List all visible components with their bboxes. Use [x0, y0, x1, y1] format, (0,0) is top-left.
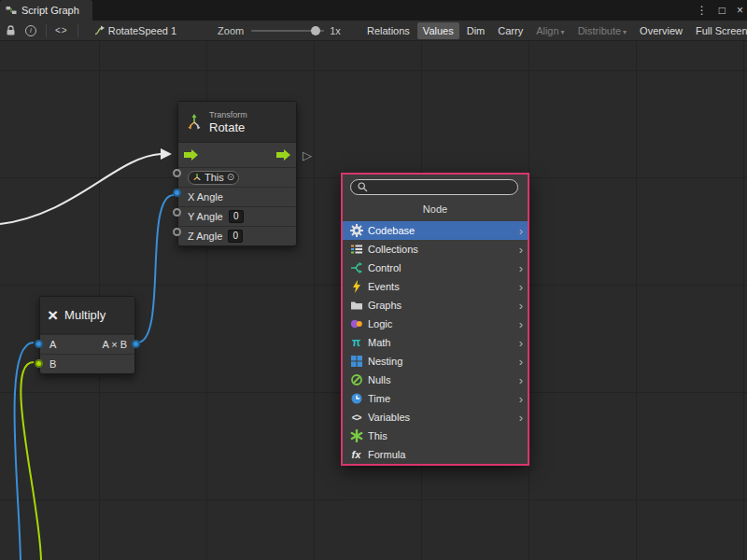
target-picker-icon[interactable]: ⊙	[227, 173, 234, 182]
search-input[interactable]	[372, 182, 511, 193]
chevron-right-icon: ›	[519, 225, 523, 237]
chevron-right-icon: ›	[519, 337, 523, 349]
finder-item-math[interactable]: π Math ›	[343, 333, 528, 352]
grid-icon	[349, 355, 363, 368]
x-angle-row: X Angle	[178, 187, 296, 206]
finder-item-label: Variables	[368, 412, 410, 423]
finder-item-label: This	[368, 430, 388, 441]
transform-icon	[186, 114, 203, 131]
y-angle-input[interactable]: 0	[229, 210, 244, 223]
this-row: This ⊙	[178, 167, 296, 187]
z-angle-row: Z Angle 0	[178, 226, 296, 245]
product-output-port[interactable]	[132, 340, 140, 348]
code-preview-icon[interactable]: <>	[55, 25, 68, 35]
finder-header: Node	[343, 198, 528, 221]
angle-brackets-icon: <>	[349, 413, 363, 423]
zoom-value: 1x	[330, 25, 341, 36]
fuzzy-finder: Node Codebase › Collections ›	[341, 173, 529, 466]
unity-visual-scripting-window: Script Graph ⋮ □ × i <> RotateSpeed 1 Zo…	[0, 0, 747, 560]
zoom-slider-handle[interactable]	[311, 26, 320, 35]
maximize-icon[interactable]: □	[719, 4, 726, 17]
node-category: Transform	[209, 110, 247, 120]
script-graph-icon	[6, 5, 17, 16]
overview-button[interactable]: Overview	[634, 22, 688, 39]
align-button[interactable]: Align▾	[530, 22, 570, 39]
window-menu-icon[interactable]: ⋮	[697, 4, 708, 17]
chevron-right-icon: ›	[519, 244, 523, 256]
graph-canvas[interactable]: Transform Rotate This ⊙	[0, 41, 747, 560]
wire-to-input-b[interactable]	[21, 362, 41, 560]
finder-item-label: Collections	[368, 244, 418, 255]
node-title: Rotate	[209, 120, 247, 134]
z-angle-input[interactable]: 0	[228, 230, 243, 243]
rotate-node[interactable]: Transform Rotate This ⊙	[177, 101, 297, 246]
dim-button[interactable]: Dim	[461, 22, 491, 39]
graph-toolbar: i <> RotateSpeed 1 Zoom 1x Relations Val…	[0, 21, 747, 41]
y-angle-row: Y Angle 0	[178, 206, 296, 226]
finder-item-time[interactable]: Time ›	[343, 389, 528, 408]
flow-in-port[interactable]	[184, 149, 198, 161]
pi-icon: π	[349, 336, 363, 349]
finder-item-logic[interactable]: Logic ›	[343, 315, 528, 333]
flow-out-port[interactable]	[276, 149, 290, 161]
distribute-button[interactable]: Distribute▾	[572, 22, 632, 39]
finder-item-nesting[interactable]: Nesting ›	[343, 352, 528, 371]
close-icon[interactable]: ×	[737, 4, 743, 17]
relations-button[interactable]: Relations	[361, 22, 416, 39]
finder-list: Codebase › Collections › Control ›	[343, 221, 528, 464]
wire-to-input-a[interactable]	[14, 343, 34, 560]
row-a: A A × B	[40, 334, 134, 354]
finder-item-graphs[interactable]: Graphs ›	[343, 296, 528, 315]
values-button[interactable]: Values	[417, 22, 459, 39]
lock-icon[interactable]	[6, 25, 16, 36]
finder-item-label: Codebase	[368, 225, 415, 236]
carry-button[interactable]: Carry	[492, 22, 529, 39]
b-input-port[interactable]	[35, 359, 43, 368]
chevron-right-icon: ›	[519, 412, 523, 424]
finder-item-variables[interactable]: <> Variables ›	[343, 408, 528, 427]
finder-item-control[interactable]: Control ›	[343, 259, 528, 277]
flow-wire-arrowhead	[161, 148, 172, 160]
flow-wire[interactable]	[0, 154, 161, 224]
finder-item-codebase[interactable]: Codebase ›	[343, 221, 528, 240]
logic-icon	[349, 317, 363, 330]
this-object-picker[interactable]: This ⊙	[188, 171, 239, 185]
finder-item-collections[interactable]: Collections ›	[343, 240, 528, 259]
this-label: This	[204, 172, 224, 183]
finder-item-this[interactable]: This	[343, 427, 528, 445]
finder-item-formula[interactable]: fx Formula	[343, 445, 528, 464]
chevron-right-icon: ›	[519, 374, 523, 386]
finder-item-label: Graphs	[368, 300, 402, 311]
zoom-slider[interactable]	[251, 25, 324, 36]
z-angle-port[interactable]	[173, 228, 181, 236]
star-icon	[349, 429, 363, 442]
flow-row	[178, 143, 296, 167]
gear-icon	[349, 224, 363, 237]
row-b: B	[40, 354, 134, 373]
multiply-node-header[interactable]: × Multiply	[40, 297, 134, 334]
graph-breadcrumb[interactable]: RotateSpeed 1	[93, 25, 176, 36]
multiply-node[interactable]: × Multiply A A × B B	[39, 296, 135, 374]
this-port[interactable]	[173, 169, 181, 177]
a-input-port[interactable]	[35, 340, 43, 348]
output-label: A × B	[102, 339, 127, 350]
finder-item-label: Formula	[368, 449, 405, 460]
search-box[interactable]	[350, 179, 518, 195]
finder-item-label: Time	[368, 393, 390, 404]
finder-item-events[interactable]: Events ›	[343, 277, 528, 296]
info-icon[interactable]: i	[25, 25, 36, 36]
dropdown-arrow-icon: ▾	[561, 28, 565, 36]
distribute-label: Distribute	[578, 25, 621, 36]
chevron-right-icon: ›	[519, 300, 523, 312]
tab-script-graph[interactable]: Script Graph	[0, 0, 92, 21]
y-angle-port[interactable]	[173, 208, 181, 217]
input-a-label: A	[49, 339, 56, 350]
align-label: Align	[536, 25, 558, 36]
finder-item-nulls[interactable]: Nulls ›	[343, 371, 528, 389]
folder-icon	[349, 299, 363, 312]
wire-multiply-to-x-angle[interactable]	[137, 195, 174, 343]
rotate-node-header[interactable]: Transform Rotate	[178, 102, 296, 143]
chevron-right-icon: ›	[519, 262, 523, 274]
fullscreen-button[interactable]: Full Screen	[690, 22, 747, 39]
x-angle-port[interactable]	[173, 189, 181, 197]
